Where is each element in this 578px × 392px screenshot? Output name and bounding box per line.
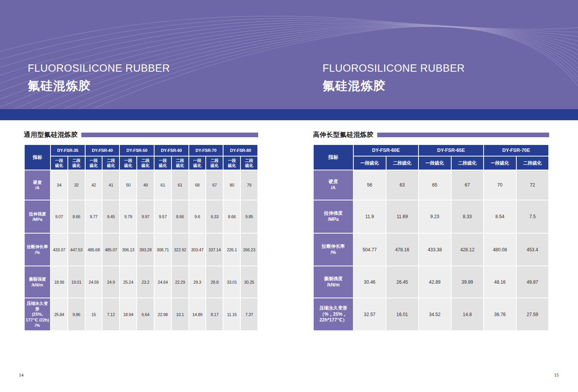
page-number-left: 14 xyxy=(19,372,24,378)
table-cell: 7.37 xyxy=(240,298,258,331)
table-cell: 266.23 xyxy=(240,233,258,266)
table-cell: 9.45 xyxy=(102,200,119,233)
table-cell: 478.16 xyxy=(386,233,419,266)
page-title-left: FLUOROSILICONE RUBBER 氟硅混炼胶 xyxy=(28,62,170,94)
cure-stage-header: 一段硫化 xyxy=(353,156,386,170)
table-cell: 22.29 xyxy=(171,266,189,298)
table-cell: 9.85 xyxy=(240,200,258,233)
product-column-header: DY-FSR-70E xyxy=(484,145,549,156)
title-chinese: 氟硅混炼胶 xyxy=(28,78,170,94)
cure-stage-header: 一段 硫化 xyxy=(189,156,206,170)
title-english: FLUOROSILICONE RUBBER xyxy=(28,62,170,74)
table-cell: 61 xyxy=(171,170,189,200)
table-cell: 9.77 xyxy=(85,200,102,233)
table-cell: 50 xyxy=(119,170,137,200)
cure-stage-header: 二段硫化 xyxy=(386,156,419,170)
table-row: 硬度 /A343242415049616168678079 xyxy=(24,170,258,200)
banner-accent-strip xyxy=(0,109,578,120)
cure-stage-header: 一段 硫化 xyxy=(154,156,171,170)
product-column-header: DY-FSR-70 xyxy=(189,145,223,156)
cure-stage-header: 二段 硫化 xyxy=(68,156,85,170)
table-cell: 33.01 xyxy=(223,266,240,298)
table-cell: 393.28 xyxy=(137,233,154,266)
table-row: 压缩永久变形 （%，25%， 22h*177℃）32.5716.0134.521… xyxy=(313,298,549,331)
table-cell: 8.17 xyxy=(206,298,223,331)
product-column-header: DY-FSR-40 xyxy=(85,145,120,156)
table-cell: 67 xyxy=(451,170,484,200)
section-heading: 高伸长型氟硅混炼胶 xyxy=(313,130,549,139)
cure-stage-header: 一段 硫化 xyxy=(223,156,240,170)
table-row: 撕裂强度 /kN/m18.9919.0124.5924.925.2423.224… xyxy=(24,266,258,298)
page-title-right: FLUOROSILICONE RUBBER 氟硅混炼胶 xyxy=(323,62,465,94)
cure-stage-header: 二段 硫化 xyxy=(137,156,154,170)
row-label: 扯断伸长率 /% xyxy=(24,233,50,266)
page-number-right: 15 xyxy=(554,372,559,378)
table-cell: 9.86 xyxy=(68,298,85,331)
table-cell: 14.8 xyxy=(451,298,484,331)
table-cell: 322.92 xyxy=(171,233,189,266)
spec-table: 指标DY-FSR-35DY-FSR-40DY-FSR-50DY-FSR-60DY… xyxy=(24,144,258,331)
section-title: 高伸长型氟硅混炼胶 xyxy=(313,130,374,139)
table-row: 拉伸强度 /MPa9.078.669.779.459.799.979.578.6… xyxy=(24,200,258,233)
section-title-bar xyxy=(81,133,258,137)
table-cell: 11.69 xyxy=(386,200,419,233)
table-cell: 23.2 xyxy=(137,266,154,298)
section-title-bar xyxy=(377,133,549,137)
row-label: 压缩永久变形 (25%, 177℃ /22h) /% xyxy=(24,298,50,331)
table-cell: 42.89 xyxy=(418,266,451,298)
row-label: 硬度 /A xyxy=(24,170,50,200)
table-cell: 25.24 xyxy=(119,266,137,298)
table-cell: 8.33 xyxy=(451,200,484,233)
row-label: 拉伸强度 /MPa xyxy=(313,200,353,233)
row-label: 扯断伸长率 /% xyxy=(313,233,353,266)
table-cell: 26.45 xyxy=(386,266,419,298)
table-cell: 80 xyxy=(223,170,240,200)
table-cell: 453.4 xyxy=(516,233,549,266)
table-cell: 8.66 xyxy=(171,200,189,233)
table-cell: 485.07 xyxy=(102,233,119,266)
row-label: 压缩永久变形 （%，25%， 22h*177℃） xyxy=(313,298,353,331)
row-label: 拉伸强度 /MPa xyxy=(24,200,50,233)
table-cell: 41 xyxy=(102,170,119,200)
table-cell: 485.68 xyxy=(85,233,102,266)
table-cell: 22.98 xyxy=(154,298,171,331)
table-cell: 9.97 xyxy=(137,200,154,233)
table-row: 撕裂强度 /kN/m30.4626.4542.8939.8948.1649.87 xyxy=(313,266,549,298)
table-cell: 226.1 xyxy=(223,233,240,266)
table-cell: 56 xyxy=(353,170,386,200)
table-cell: 32.57 xyxy=(353,298,386,331)
table-cell: 504.77 xyxy=(353,233,386,266)
table-cell: 9.07 xyxy=(50,200,68,233)
table-cell: 480.08 xyxy=(484,233,516,266)
table-cell: 19.01 xyxy=(68,266,85,298)
table-cell: 42 xyxy=(85,170,102,200)
table-cell: 72 xyxy=(516,170,549,200)
product-column-header: DY-FSR-80 xyxy=(223,145,258,156)
table-cell: 67 xyxy=(206,170,223,200)
table-cell: 30.25 xyxy=(240,266,258,298)
table-cell: 9.23 xyxy=(418,200,451,233)
table-cell: 447.53 xyxy=(68,233,85,266)
cure-stage-header: 二段 硫化 xyxy=(102,156,119,170)
table-cell: 308.71 xyxy=(154,233,171,266)
table-cell: 24.64 xyxy=(154,266,171,298)
table-cell: 48.16 xyxy=(484,266,516,298)
table-cell: 34 xyxy=(50,170,68,200)
cure-stage-header: 一段硫化 xyxy=(418,156,451,170)
row-label: 撕裂强度 /kN/m xyxy=(24,266,50,298)
cure-stage-header: 二段 硫化 xyxy=(206,156,223,170)
table-cell: 32 xyxy=(68,170,85,200)
table-cell: 61 xyxy=(154,170,171,200)
cure-stage-header: 二段硫化 xyxy=(516,156,549,170)
table-cell: 24.59 xyxy=(85,266,102,298)
table-cell: 8.54 xyxy=(484,200,516,233)
table-row: 扯断伸长率 /%504.77478.16433.38428.12480.0845… xyxy=(313,233,549,266)
table-cell: 16.01 xyxy=(386,298,419,331)
table-cell: 65 xyxy=(418,170,451,200)
cure-stage-header: 二段 硫化 xyxy=(240,156,258,170)
product-column-header: DY-FSR-35 xyxy=(50,145,85,156)
product-column-header: DY-FSR-50 xyxy=(119,145,154,156)
section-high-elongation: 高伸长型氟硅混炼胶 指标DY-FSR-60EDY-FSR-65EDY-FSR-7… xyxy=(313,130,549,331)
table-cell: 49.87 xyxy=(516,266,549,298)
spec-table: 指标DY-FSR-60EDY-FSR-65EDY-FSR-70E一段硫化二段硫化… xyxy=(313,144,549,331)
